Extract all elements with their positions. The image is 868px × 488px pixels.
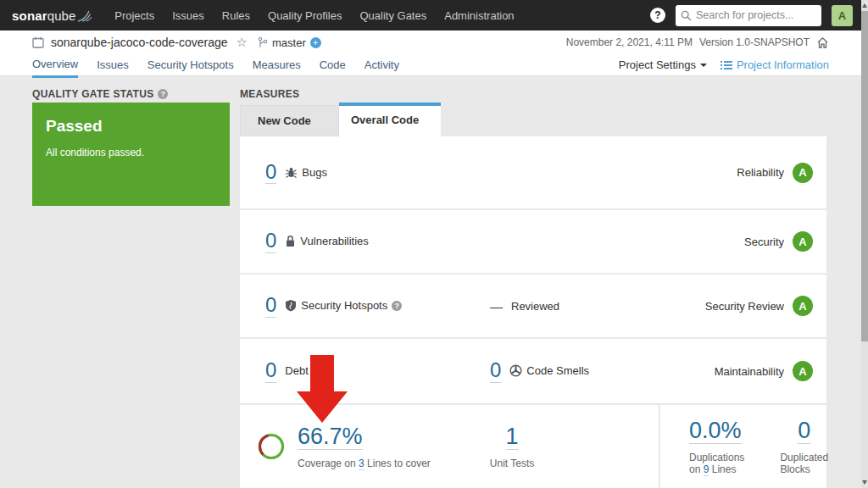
nav-item-quality-gates[interactable]: Quality Gates: [359, 9, 426, 22]
scrollbar-thumb[interactable]: [861, 11, 868, 341]
measure-row-maintainability: 0 Debt 0 Code Smells Maintainability A: [240, 339, 826, 403]
hotspots-count-link[interactable]: 0: [265, 294, 276, 317]
maintainability-rating-group: Maintainability A: [715, 361, 826, 381]
nav-item-issues[interactable]: Issues: [172, 9, 204, 22]
coverage-subtext: Coverage on 3 Lines to cover: [298, 458, 431, 469]
tab-overview[interactable]: Overview: [32, 58, 78, 78]
security-review-label: Security Review: [705, 300, 784, 313]
duplications-sub-suffix: Lines: [712, 463, 737, 475]
unit-tests-count: 1: [506, 424, 519, 450]
favorite-star-icon[interactable]: ☆: [236, 35, 248, 50]
security-label: Security: [744, 236, 784, 248]
duplications-value: 0.0%: [689, 418, 742, 444]
home-icon[interactable]: [816, 36, 829, 49]
lock-icon: [285, 235, 296, 247]
chevron-down-icon: [700, 64, 707, 67]
page-scrollbar[interactable]: [861, 0, 868, 488]
bugs-label-group: Bugs: [285, 166, 327, 179]
unit-tests-count-link[interactable]: 1: [506, 424, 519, 450]
bugs-group: 0 Bugs: [240, 161, 327, 184]
project-icon: [32, 36, 44, 48]
branch-icon: [258, 36, 268, 48]
measure-row-security-hotspots: 0 Security Hotspots ? — Reviewed Securit…: [240, 274, 826, 337]
search-box: [676, 5, 821, 26]
project-header-meta: November 2, 2021, 4:11 PM Version 1.0-SN…: [566, 36, 829, 49]
quality-gate-help-icon[interactable]: ?: [158, 89, 168, 99]
security-review-rating-badge[interactable]: A: [793, 296, 813, 316]
project-name[interactable]: sonarqube-jacoco-code-coverage: [51, 36, 228, 49]
unit-tests-label: Unit Tests: [490, 458, 534, 469]
vulnerabilities-group: 0 Vulnerabilities: [240, 230, 369, 252]
quality-gate-subtext: All conditions passed.: [46, 147, 216, 158]
security-rating-group: Security A: [744, 231, 826, 252]
scrollbar-down-arrow[interactable]: [862, 480, 867, 485]
hotspots-label-group: Security Hotspots ?: [285, 299, 402, 312]
reviewed-label: Reviewed: [511, 300, 559, 313]
list-icon: [721, 60, 732, 70]
duplications-subtext: Duplications on 9 Lines: [689, 452, 744, 475]
top-navbar: sonarqube Projects Issues Rules Quality …: [0, 0, 861, 30]
scrollbar-up-arrow[interactable]: [862, 3, 867, 8]
tab-security-hotspots[interactable]: Security Hotspots: [147, 58, 234, 76]
maintainability-label: Maintainability: [715, 365, 784, 378]
project-settings-menu[interactable]: Project Settings: [619, 58, 707, 71]
coverage-group: 66.7% Coverage on 3 Lines to cover 1 Uni…: [240, 424, 659, 469]
duplicated-lines-link[interactable]: 9: [704, 463, 709, 476]
vulnerabilities-count-link[interactable]: 0: [265, 230, 276, 252]
project-tab-actions: Project Settings Project Information: [619, 58, 829, 71]
measure-row-bugs: 0 Bugs Reliability A: [240, 136, 826, 208]
measures-heading: MEASURES: [240, 88, 299, 100]
debt-group: 0 Debt: [240, 359, 309, 382]
search-icon: [681, 10, 692, 21]
reviewed-value: —: [490, 299, 503, 313]
duplicated-blocks-count-link[interactable]: 0: [798, 418, 810, 444]
tab-code[interactable]: Code: [320, 58, 346, 76]
branch-selector[interactable]: master +: [258, 36, 321, 49]
hotspots-reviewed-group: — Reviewed: [490, 299, 559, 313]
debt-label: Debt: [285, 364, 308, 377]
measures-heading-text: MEASURES: [240, 88, 299, 100]
code-smells-count-link[interactable]: 0: [490, 359, 501, 382]
duplications-value-group: 0.0% Duplications on 9 Lines: [689, 418, 744, 474]
nav-item-quality-profiles[interactable]: Quality Profiles: [268, 9, 342, 22]
project-information-label: Project Information: [737, 58, 829, 71]
quality-gate-heading: QUALITY GATE STATUS ?: [32, 88, 168, 100]
hotspots-label: Security Hotspots: [301, 299, 387, 312]
nav-item-rules[interactable]: Rules: [222, 9, 250, 22]
duplications-value-link[interactable]: 0.0%: [689, 418, 744, 444]
duplications-group: 0.0% Duplications on 9 Lines 0 Duplicate…: [660, 405, 826, 488]
bugs-count-link[interactable]: 0: [265, 161, 276, 184]
reliability-label: Reliability: [737, 166, 784, 179]
tab-issues[interactable]: Issues: [97, 58, 129, 76]
branch-info-icon[interactable]: +: [310, 37, 321, 48]
coverage-value-link[interactable]: 66.7%: [298, 424, 431, 450]
security-rating-badge[interactable]: A: [793, 231, 813, 252]
logo-wave-icon: [77, 8, 92, 22]
project-information-button[interactable]: Project Information: [721, 58, 829, 71]
shield-icon: [285, 299, 297, 312]
user-avatar[interactable]: A: [832, 5, 853, 26]
quality-gate-status: Passed: [46, 117, 216, 136]
coverage-value: 66.7%: [298, 424, 363, 450]
hotspots-help-icon[interactable]: ?: [392, 301, 402, 311]
search-input[interactable]: [696, 9, 816, 21]
tab-measures[interactable]: Measures: [253, 58, 301, 76]
code-smells-label-group: Code Smells: [509, 364, 589, 377]
maintainability-rating-badge[interactable]: A: [793, 361, 813, 381]
measure-card-coverage: 66.7% Coverage on 3 Lines to cover 1 Uni…: [240, 405, 659, 488]
bugs-label: Bugs: [302, 166, 327, 179]
measures-tab-overall-code[interactable]: Overall Code: [339, 103, 441, 136]
coverage-sub-prefix: Coverage on: [298, 458, 356, 469]
nav-item-projects[interactable]: Projects: [114, 9, 154, 22]
lines-to-cover-link[interactable]: 3: [359, 458, 364, 470]
measures-tab-new-code[interactable]: New Code: [240, 105, 339, 136]
sonarqube-logo[interactable]: sonarqube: [12, 8, 92, 23]
nav-item-administration[interactable]: Administration: [444, 9, 514, 22]
measure-row-vulnerabilities: 0 Vulnerabilities Security A: [240, 210, 826, 273]
tab-activity[interactable]: Activity: [364, 58, 399, 76]
help-icon[interactable]: ?: [650, 8, 665, 23]
debt-count-link[interactable]: 0: [265, 359, 276, 382]
coverage-donut-chart: [257, 432, 286, 461]
reliability-rating-badge[interactable]: A: [793, 163, 813, 183]
vulnerabilities-label: Vulnerabilities: [300, 235, 368, 247]
